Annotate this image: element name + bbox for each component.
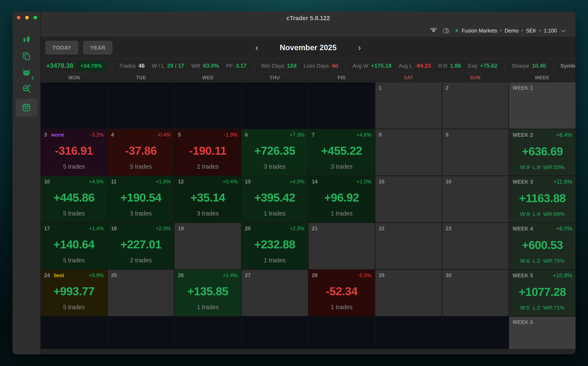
day-cell-2[interactable]: 2 xyxy=(442,83,509,129)
day-cell-26[interactable]: 26+1.4%+135.851 trades xyxy=(175,270,241,316)
sidebar-nav: 1 xyxy=(13,32,40,117)
stat-avg-w: Avg W+175.18 xyxy=(352,63,391,69)
day-header-week: WEEK xyxy=(509,75,575,81)
day-return-pct: -1.9% xyxy=(224,132,238,138)
day-trades-count: 5 trades xyxy=(44,163,104,170)
week-cell-top-row: WEEK 2+6.4% xyxy=(513,132,572,138)
day-cell-out-of-month xyxy=(41,83,107,129)
day-return-pct: +4.0% xyxy=(290,179,305,185)
stat-w-l: W / L29 / 17 xyxy=(152,63,184,69)
day-number: 9 xyxy=(446,132,449,138)
day-cell-23[interactable]: 23 xyxy=(442,223,509,269)
day-cell-20[interactable]: 20+2.3%+232.881 trades xyxy=(242,223,308,269)
day-cell-29[interactable]: 29 xyxy=(375,270,442,316)
day-number: 15 xyxy=(379,179,385,185)
day-cell-9[interactable]: 9 xyxy=(442,129,509,175)
day-number: 11 xyxy=(111,179,117,185)
stat-label: WR xyxy=(191,63,200,69)
day-cell-4[interactable]: 4-0.4%-37.865 trades xyxy=(108,129,174,175)
main-area: cTrader 5.8.122 Fusion Markets • Demo • … xyxy=(41,12,575,354)
sidebar-item-algo-bots[interactable]: 1 xyxy=(16,65,37,81)
day-trades-count: 5 trades xyxy=(44,257,104,264)
close-window-button[interactable] xyxy=(17,16,20,19)
account-switcher[interactable]: Fusion Markets • Demo • SEK • 1:100 xyxy=(455,28,566,34)
day-pnl: -37.86 xyxy=(111,138,171,163)
sidebar-item-analyze[interactable] xyxy=(16,81,37,97)
day-cell-top-row: 8 xyxy=(379,132,438,138)
day-number: 18 xyxy=(111,225,117,231)
maximize-window-button[interactable] xyxy=(33,16,37,19)
sidebar-item-copy-layouts[interactable] xyxy=(16,48,37,65)
day-cell-17[interactable]: 17+1.4%+140.645 trades xyxy=(41,223,107,269)
day-cell-19[interactable]: 19 xyxy=(175,223,241,269)
account-type: Demo xyxy=(505,28,519,34)
day-return-pct: +2.3% xyxy=(290,225,305,231)
day-cell-top-row: 14+1.0% xyxy=(312,179,372,185)
day-cell-14[interactable]: 14+1.0%+96.921 trades xyxy=(309,176,375,222)
monthly-pnl-pct-badge: +34.78% xyxy=(77,61,105,71)
account-bar: Fusion Markets • Demo • SEK • 1:100 xyxy=(41,24,575,37)
day-pnl: -316.91 xyxy=(44,138,104,163)
stat-value: 1.86 xyxy=(450,63,461,69)
analyze-search-icon xyxy=(22,84,31,94)
day-return-pct: +7.3% xyxy=(290,132,305,138)
stat-value: 10.40 xyxy=(532,63,546,69)
day-number: 20 xyxy=(245,225,251,231)
day-cell-1[interactable]: 1 xyxy=(375,83,442,129)
day-cell-30[interactable]: 30 xyxy=(442,270,509,316)
day-cell-16[interactable]: 16 xyxy=(442,176,509,222)
day-cell-21[interactable]: 21 xyxy=(309,223,375,269)
day-cell-12[interactable]: 12+0.4%+35.143 trades xyxy=(175,176,241,222)
week-cell-top-row: WEEK 1 xyxy=(513,85,572,91)
day-cell-7[interactable]: 7+4.6%+455.223 trades xyxy=(309,129,375,175)
stat-divider xyxy=(553,62,553,70)
day-cell-15[interactable]: 15 xyxy=(375,176,442,222)
day-cell-6[interactable]: 6+7.3%+726.353 trades xyxy=(242,129,308,175)
sidebar-item-charts[interactable] xyxy=(16,32,37,48)
month-navigation: ‹ November 2025 › xyxy=(254,43,363,52)
week-pnl: +636.69 xyxy=(513,138,572,164)
week-cell-top-row: WEEK 3+11.6% xyxy=(513,179,572,185)
week-cell-top-row: WEEK 5+10.8% xyxy=(513,272,572,279)
wallet-icon[interactable] xyxy=(443,28,450,34)
stat-divider xyxy=(505,62,505,70)
day-cell-out-of-month xyxy=(175,83,241,129)
day-cell-top-row: 6+7.3% xyxy=(245,132,305,138)
day-number: 30 xyxy=(446,272,452,278)
day-trades-count: 5 trades xyxy=(44,210,104,217)
day-cell-13[interactable]: 13+4.0%+395.421 trades xyxy=(242,176,308,222)
day-cell-5[interactable]: 5-1.9%-190.112 trades xyxy=(175,129,241,175)
day-cell-18[interactable]: 18+2.3%+227.012 trades xyxy=(108,223,174,269)
day-cell-24[interactable]: 24best+9.9%+993.775 trades xyxy=(41,270,107,316)
day-cell-22[interactable]: 22 xyxy=(375,223,442,269)
stat-loss-days: Loss Days4d xyxy=(304,63,338,69)
card-reader-icon[interactable] xyxy=(430,28,437,34)
day-trades-count: 1 trades xyxy=(312,304,372,311)
day-cell-8[interactable]: 8 xyxy=(375,129,442,175)
day-cell-top-row: 9 xyxy=(446,132,505,138)
sidebar-item-calendar[interactable] xyxy=(16,99,37,117)
week-pnl: +1163.88 xyxy=(513,185,572,211)
day-pnl: +227.01 xyxy=(111,231,171,257)
today-button[interactable]: TODAY xyxy=(45,41,78,54)
year-button[interactable]: YEAR xyxy=(83,41,112,54)
day-cell-top-row: 16 xyxy=(446,179,505,185)
stat-value: 4d xyxy=(332,63,338,69)
day-cell-top-row: 3worst-3.2% xyxy=(44,132,104,138)
day-trades-count: 3 trades xyxy=(245,163,305,170)
day-cell-27[interactable]: 27 xyxy=(242,270,308,316)
day-cell-10[interactable]: 10+4.5%+445.865 trades xyxy=(41,176,107,222)
day-cell-25[interactable]: 25 xyxy=(108,270,174,316)
prev-month-button[interactable]: ‹ xyxy=(254,43,260,52)
day-number: 29 xyxy=(379,272,385,278)
day-pnl: +993.77 xyxy=(44,278,104,304)
week-return-pct: +6.0% xyxy=(556,225,572,232)
day-trades-count: 5 trades xyxy=(111,163,171,170)
day-cell-3[interactable]: 3worst-3.2%-316.915 trades xyxy=(41,129,107,175)
day-cell-11[interactable]: 11+1.9%+190.543 trades xyxy=(108,176,174,222)
day-cell-top-row: 15 xyxy=(379,179,438,185)
separator-dot: • xyxy=(539,28,541,33)
minimize-window-button[interactable] xyxy=(25,16,29,19)
day-cell-28[interactable]: 28-0.5%-52.341 trades xyxy=(309,270,375,316)
next-month-button[interactable]: › xyxy=(357,43,363,52)
